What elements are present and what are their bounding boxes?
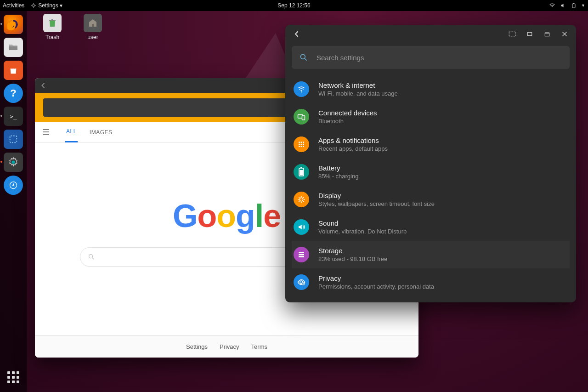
clock[interactable]: Sep 12 12:56 bbox=[277, 2, 310, 9]
desktop-home[interactable]: user bbox=[74, 14, 111, 40]
apps-icon bbox=[294, 136, 309, 152]
row-subtitle: Volume, vibration, Do Not Disturb bbox=[318, 228, 407, 235]
settings-row-sound[interactable]: Sound Volume, vibration, Do Not Disturb bbox=[292, 213, 570, 241]
desktop-trash[interactable]: Trash bbox=[34, 14, 71, 40]
settings-back-button[interactable] bbox=[290, 27, 304, 41]
svg-rect-16 bbox=[527, 33, 531, 36]
svg-rect-34 bbox=[300, 167, 302, 168]
settings-titlebar[interactable] bbox=[285, 25, 576, 43]
system-status-area[interactable]: ▼ bbox=[549, 2, 585, 9]
svg-point-13 bbox=[89, 255, 92, 258]
svg-point-2 bbox=[33, 5, 34, 6]
ubuntu-dock: ? >_ bbox=[0, 11, 27, 392]
terminal-icon: >_ bbox=[10, 113, 17, 120]
home-folder-icon bbox=[87, 17, 98, 28]
window-minimize-button[interactable] bbox=[523, 27, 537, 41]
settings-row-storage[interactable]: Storage 23% used - 98.18 GB free bbox=[292, 241, 570, 268]
settings-list: Network & internet Wi-Fi, mobile, and da… bbox=[292, 75, 570, 296]
settings-row-battery[interactable]: Battery 85% - charging bbox=[292, 158, 570, 186]
svg-line-14 bbox=[92, 258, 94, 259]
footer-settings-link[interactable]: Settings bbox=[186, 343, 208, 350]
chevron-left-icon bbox=[40, 82, 47, 89]
footer-privacy-link[interactable]: Privacy bbox=[220, 343, 239, 350]
display-icon bbox=[294, 192, 309, 207]
dock-help[interactable]: ? bbox=[4, 84, 23, 103]
row-subtitle: Wi-Fi, mobile, and data usage bbox=[318, 90, 398, 97]
gear-icon bbox=[31, 3, 36, 8]
desktop-trash-label: Trash bbox=[34, 34, 71, 40]
settings-row-apps[interactable]: Apps & notifications Recent apps, defaul… bbox=[292, 131, 570, 158]
minimize-icon bbox=[526, 31, 533, 37]
show-applications-button[interactable] bbox=[6, 370, 21, 385]
dock-software[interactable] bbox=[4, 61, 23, 80]
row-subtitle: Recent apps, default apps bbox=[318, 145, 388, 152]
svg-rect-23 bbox=[302, 116, 305, 120]
row-title: Display bbox=[318, 192, 435, 199]
settings-row-privacy[interactable]: Privacy Permissions, account activity, p… bbox=[292, 268, 570, 296]
row-subtitle: Styles, wallpapers, screen timeout, font… bbox=[318, 200, 435, 207]
svg-rect-35 bbox=[300, 170, 303, 176]
maximize-icon bbox=[544, 31, 550, 37]
svg-point-29 bbox=[303, 144, 304, 145]
dock-firefox[interactable] bbox=[4, 15, 23, 34]
window-close-button[interactable] bbox=[558, 27, 571, 41]
battery-icon bbox=[571, 2, 577, 9]
svg-point-21 bbox=[301, 91, 302, 92]
chevron-down-icon: ▼ bbox=[581, 3, 585, 8]
svg-point-27 bbox=[299, 144, 300, 145]
svg-rect-10 bbox=[49, 20, 56, 21]
google-footer: Settings Privacy Terms bbox=[35, 335, 418, 358]
chevron-left-icon bbox=[293, 30, 301, 38]
row-subtitle: Bluetooth bbox=[318, 118, 377, 125]
folder-icon bbox=[8, 42, 19, 53]
svg-point-19 bbox=[300, 54, 305, 59]
dock-settings[interactable] bbox=[4, 153, 23, 172]
dock-screenshot[interactable] bbox=[4, 130, 23, 149]
activities-button[interactable]: Activities bbox=[3, 2, 24, 9]
dock-web[interactable] bbox=[4, 176, 23, 195]
svg-rect-38 bbox=[299, 254, 304, 256]
dock-files[interactable] bbox=[4, 38, 23, 57]
dock-terminal[interactable]: >_ bbox=[4, 107, 23, 126]
row-title: Privacy bbox=[318, 274, 434, 282]
volume-icon bbox=[560, 2, 566, 9]
settings-row-connected-devices[interactable]: Connected devices Bluetooth bbox=[292, 103, 570, 131]
settings-row-display[interactable]: Display Styles, wallpapers, screen timeo… bbox=[292, 186, 570, 213]
svg-point-24 bbox=[299, 142, 300, 143]
hamburger-icon[interactable]: ☰ bbox=[42, 127, 50, 137]
svg-rect-37 bbox=[299, 252, 304, 253]
settings-search[interactable] bbox=[292, 46, 570, 69]
row-title: Storage bbox=[318, 247, 387, 255]
svg-rect-3 bbox=[572, 4, 575, 8]
question-icon: ? bbox=[10, 87, 16, 99]
browser-back-button[interactable] bbox=[40, 82, 47, 89]
search-icon bbox=[88, 253, 95, 261]
gear-icon bbox=[8, 157, 19, 168]
row-title: Network & internet bbox=[318, 81, 398, 89]
footer-terms-link[interactable]: Terms bbox=[251, 343, 267, 350]
svg-point-32 bbox=[303, 146, 304, 147]
appmenu-button[interactable]: Settings ▾ bbox=[31, 2, 62, 9]
svg-point-36 bbox=[300, 198, 303, 201]
settings-row-network[interactable]: Network & internet Wi-Fi, mobile, and da… bbox=[292, 75, 570, 103]
svg-rect-39 bbox=[299, 256, 304, 257]
svg-rect-11 bbox=[51, 19, 53, 20]
tab-images[interactable]: IMAGES bbox=[89, 123, 113, 142]
tab-all[interactable]: ALL bbox=[65, 122, 78, 142]
svg-point-31 bbox=[301, 146, 302, 147]
svg-rect-12 bbox=[92, 24, 94, 27]
window-maximize-button[interactable] bbox=[540, 27, 554, 41]
settings-search-input[interactable] bbox=[317, 54, 562, 62]
window-screenshot-button[interactable] bbox=[505, 27, 519, 41]
row-title: Connected devices bbox=[318, 109, 377, 117]
gnome-topbar: Activities Settings ▾ Sep 12 12:56 ▼ bbox=[0, 0, 588, 11]
svg-point-26 bbox=[303, 142, 304, 143]
svg-rect-6 bbox=[10, 136, 17, 143]
storage-icon bbox=[294, 247, 309, 262]
privacy-icon bbox=[294, 274, 309, 290]
search-icon bbox=[299, 53, 308, 62]
svg-rect-4 bbox=[573, 3, 574, 4]
desktop-home-label: user bbox=[74, 34, 111, 40]
appmenu-label: Settings ▾ bbox=[38, 2, 62, 9]
svg-point-25 bbox=[301, 142, 302, 143]
